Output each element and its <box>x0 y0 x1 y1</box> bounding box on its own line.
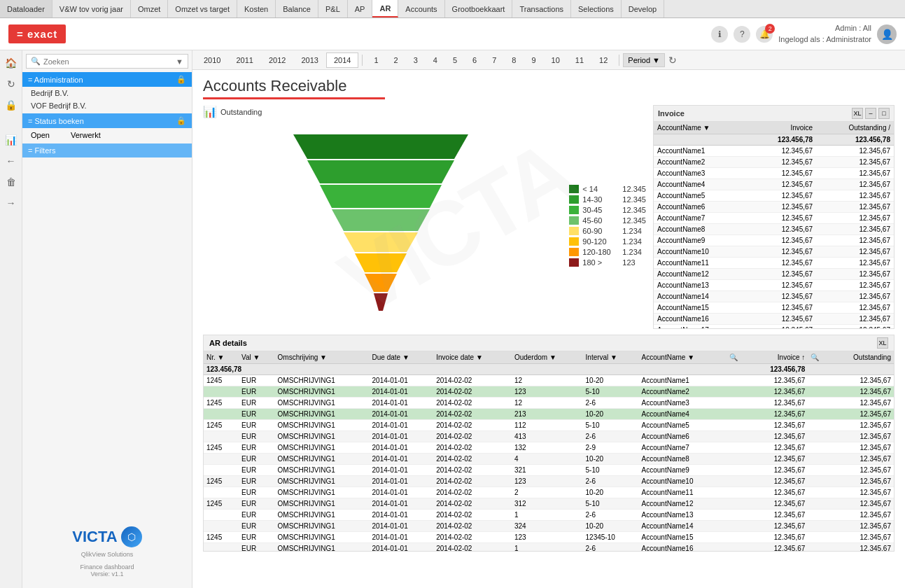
ar-detail-row[interactable]: EUR OMSCHRIJVING1 2014-01-01 2014-02-02 … <box>204 543 894 552</box>
month-tab-1[interactable]: 1 <box>366 52 386 68</box>
status-boeken-header[interactable]: = Status boeken 🔒 <box>22 113 192 128</box>
forward-icon[interactable]: → <box>3 195 20 211</box>
period-dropdown[interactable]: Period▼ <box>623 53 665 67</box>
invoice-row[interactable]: AccountName4 12.345,67 12.345,67 <box>654 179 894 190</box>
invoice-row[interactable]: AccountName2 12.345,67 12.345,67 <box>654 157 894 168</box>
inv-col-outstanding[interactable]: Outstanding / <box>816 122 894 134</box>
invoice-row[interactable]: AccountName9 12.345,67 12.345,67 <box>654 235 894 246</box>
search-input[interactable] <box>43 57 176 66</box>
trash-icon[interactable]: 🗑 <box>3 174 20 190</box>
sidebar-item-vof[interactable]: VOF Bedrijf B.V. <box>22 99 192 112</box>
invoice-row[interactable]: AccountName6 12.345,67 12.345,67 <box>654 202 894 213</box>
invoice-row[interactable]: AccountName7 12.345,67 12.345,67 <box>654 213 894 224</box>
ar-detail-row[interactable]: EUR OMSCHRIJVING1 2014-01-01 2014-02-02 … <box>204 386 894 398</box>
refresh-icon[interactable]: ↻ <box>3 76 20 92</box>
ar-col-accountname[interactable]: AccountName ▼ <box>639 351 727 364</box>
ar-detail-row[interactable]: 1245 EUR OMSCHRIJVING1 2014-01-01 2014-0… <box>204 498 894 510</box>
nav-item-dataloader[interactable]: Dataloader <box>0 0 52 18</box>
logo[interactable]: = exact <box>8 24 66 43</box>
nav-item-ap[interactable]: AP <box>348 0 373 18</box>
ar-detail-row[interactable]: EUR OMSCHRIJVING1 2014-01-01 2014-02-02 … <box>204 454 894 465</box>
month-tab-9[interactable]: 9 <box>524 52 543 68</box>
ar-detail-row[interactable]: EUR OMSCHRIJVING1 2014-01-01 2014-02-02 … <box>204 431 894 442</box>
ar-col-search2[interactable]: 🔍 <box>808 351 829 364</box>
status-verwerkt[interactable]: Verwerkt <box>71 131 101 139</box>
invoice-row[interactable]: AccountName8 12.345,67 12.345,67 <box>654 224 894 235</box>
ar-col-outstanding[interactable]: Outstanding <box>829 351 894 364</box>
dropdown-arrow-icon[interactable]: ▼ <box>176 57 183 66</box>
ar-detail-row[interactable]: EUR OMSCHRIJVING1 2014-01-01 2014-02-02 … <box>204 465 894 476</box>
lock-icon[interactable]: 🔒 <box>3 97 20 113</box>
inv-table-max-icon[interactable]: □ <box>878 108 890 119</box>
ar-col-val[interactable]: Val ▼ <box>239 351 274 364</box>
ar-col-invoicedate[interactable]: Invoice date ▼ <box>433 351 512 364</box>
nav-item-accounts[interactable]: Accounts <box>398 0 444 18</box>
ar-detail-row[interactable]: EUR OMSCHRIJVING1 2014-01-01 2014-02-02 … <box>204 487 894 498</box>
nav-item-grootboekkaart[interactable]: Grootboekkaart <box>445 0 513 18</box>
ar-detail-row[interactable]: EUR OMSCHRIJVING1 2014-01-01 2014-02-02 … <box>204 510 894 521</box>
ar-col-omschrijving[interactable]: Omschrijving ▼ <box>275 351 370 364</box>
invoice-row[interactable]: AccountName17 12.345,67 12.345,67 <box>654 325 894 329</box>
invoice-row[interactable]: AccountName14 12.345,67 12.345,67 <box>654 291 894 302</box>
ar-col-search1[interactable]: 🔍 <box>727 351 748 364</box>
ar-details-scroll[interactable]: Nr. ▼ Val ▼ Omschrijving ▼ Due date ▼ In… <box>204 351 894 551</box>
invoice-row[interactable]: AccountName16 12.345,67 12.345,67 <box>654 314 894 325</box>
ar-detail-row[interactable]: EUR OMSCHRIJVING1 2014-01-01 2014-02-02 … <box>204 409 894 420</box>
nav-item-ar[interactable]: AR <box>372 0 398 18</box>
user-avatar[interactable]: 👤 <box>877 24 897 44</box>
nav-item-omzet[interactable]: Omzet <box>131 0 168 18</box>
year-tab-2014[interactable]: 2014 <box>326 52 358 68</box>
year-tab-2013[interactable]: 2013 <box>293 52 325 68</box>
month-tab-12[interactable]: 12 <box>591 52 615 68</box>
month-tab-2[interactable]: 2 <box>386 52 406 68</box>
year-tab-2011[interactable]: 2011 <box>228 52 260 68</box>
status-open[interactable]: Open <box>31 131 50 139</box>
ar-detail-row[interactable]: 1245 EUR OMSCHRIJVING1 2014-01-01 2014-0… <box>204 442 894 454</box>
ar-table-xl-icon[interactable]: XL <box>877 337 888 349</box>
month-tab-3[interactable]: 3 <box>406 52 426 68</box>
month-tab-5[interactable]: 5 <box>445 52 465 68</box>
info-icon[interactable]: ℹ <box>711 26 728 43</box>
ar-col-ouderdom[interactable]: Ouderdom ▼ <box>512 351 583 364</box>
month-tab-10[interactable]: 10 <box>544 52 568 68</box>
nav-item-pl[interactable]: P&L <box>318 0 348 18</box>
nav-item-kosten[interactable]: Kosten <box>237 0 276 18</box>
invoice-row[interactable]: AccountName5 12.345,67 12.345,67 <box>654 190 894 202</box>
ar-col-nr[interactable]: Nr. ▼ <box>204 351 239 364</box>
year-tab-2010[interactable]: 2010 <box>196 52 228 68</box>
nav-item-omzet-vs-target[interactable]: Omzet vs target <box>168 0 237 18</box>
notification-icon[interactable]: 🔔 2 <box>756 26 773 43</box>
year-tab-2012[interactable]: 2012 <box>261 52 293 68</box>
ar-detail-row[interactable]: 1245 EUR OMSCHRIJVING1 2014-01-01 2014-0… <box>204 375 894 386</box>
period-refresh[interactable]: ↻ <box>668 55 677 66</box>
nav-item-selections[interactable]: Selections <box>571 0 622 18</box>
month-tab-11[interactable]: 11 <box>568 52 591 68</box>
inv-col-account[interactable]: AccountName ▼ <box>654 122 749 134</box>
invoice-row[interactable]: AccountName1 12.345,67 12.345,67 <box>654 146 894 157</box>
help-icon[interactable]: ? <box>734 26 750 43</box>
ar-detail-row[interactable]: 1245 EUR OMSCHRIJVING1 2014-01-01 2014-0… <box>204 476 894 487</box>
nav-item-vw[interactable]: V&W tov vorig jaar <box>52 0 131 18</box>
month-tab-7[interactable]: 7 <box>484 52 504 68</box>
invoice-row[interactable]: AccountName10 12.345,67 12.345,67 <box>654 246 894 258</box>
ar-col-invoice[interactable]: Invoice ↑ <box>747 351 808 364</box>
back-icon[interactable]: ← <box>3 153 20 169</box>
invoice-row[interactable]: AccountName3 12.345,67 12.345,67 <box>654 168 894 179</box>
nav-item-develop[interactable]: Develop <box>622 0 664 18</box>
chart-icon[interactable]: 📊 <box>3 132 20 148</box>
administration-header[interactable]: = Administration 🔒 <box>22 72 192 87</box>
nav-item-transactions[interactable]: Transactions <box>512 0 571 18</box>
nav-item-balance[interactable]: Balance <box>276 0 318 18</box>
invoice-row[interactable]: AccountName11 12.345,67 12.345,67 <box>654 258 894 269</box>
ar-detail-row[interactable]: 1245 EUR OMSCHRIJVING1 2014-01-01 2014-0… <box>204 532 894 543</box>
invoice-row[interactable]: AccountName12 12.345,67 12.345,67 <box>654 269 894 280</box>
sidebar-item-bedrijf[interactable]: Bedrijf B.V. <box>22 87 192 99</box>
filters-header[interactable]: = Filters <box>22 144 192 158</box>
invoice-row[interactable]: AccountName13 12.345,67 12.345,67 <box>654 280 894 291</box>
month-tab-4[interactable]: 4 <box>426 52 445 68</box>
home-icon[interactable]: 🏠 <box>3 55 20 71</box>
invoice-row[interactable]: AccountName15 12.345,67 12.345,67 <box>654 302 894 314</box>
ar-col-duedate[interactable]: Due date ▼ <box>370 351 434 364</box>
ar-col-interval[interactable]: Interval ▼ <box>583 351 639 364</box>
inv-table-min-icon[interactable]: – <box>865 108 876 119</box>
